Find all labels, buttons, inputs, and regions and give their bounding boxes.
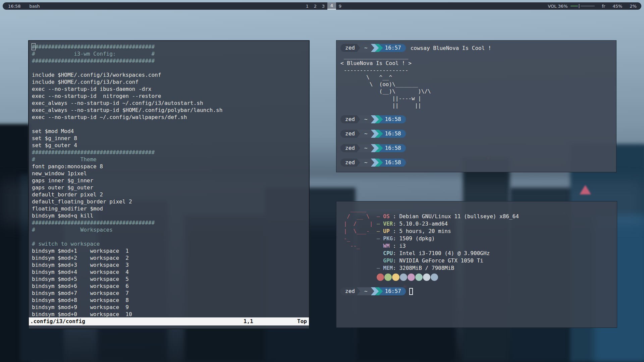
system-info-line: — VER: 5.10.0-23-amd64 bbox=[377, 220, 519, 228]
info-label: CPU bbox=[383, 250, 393, 256]
debian-ascii-logo: _____ / __ \ | / | | \___- -_ --_ bbox=[340, 205, 377, 282]
editor-line: ###################################### bbox=[32, 219, 309, 226]
info-value: 3208MiB / 7908MiB bbox=[399, 265, 454, 271]
palette-dot bbox=[392, 274, 399, 281]
editor-line: bindsym $mod+0 workspace 10 bbox=[32, 311, 309, 317]
workspace-button-3[interactable]: 3 bbox=[319, 2, 327, 10]
editor-buffer[interactable]: ####################################### … bbox=[29, 41, 309, 317]
system-info-line: — OS : Debian GNU/Linux 11 (bullseye) x8… bbox=[377, 213, 519, 220]
editor-line: gaps outer $g_outer bbox=[32, 184, 309, 191]
volume-widget[interactable]: VOL 36% | bbox=[548, 4, 594, 9]
prompt-user: zed bbox=[340, 159, 360, 167]
powerline-prompt: zed~16:57 bbox=[340, 44, 406, 52]
editor-line: bindsym $mod+4 workspace 4 bbox=[32, 268, 309, 276]
editor-line: set $g_inner 8 bbox=[32, 135, 309, 142]
editor-line: ###################################### bbox=[32, 57, 309, 64]
editor-line bbox=[32, 233, 309, 240]
editor-line: bindsym $mod+q kill bbox=[32, 212, 309, 219]
workspace-button-1[interactable]: 1 bbox=[303, 2, 311, 10]
editor-line: # Workspaces bbox=[32, 226, 309, 233]
workspace-button-9[interactable]: 9 bbox=[336, 2, 344, 10]
info-label: UP bbox=[383, 228, 389, 234]
stat-percent-a: 45% bbox=[612, 4, 622, 9]
info-label: GPU bbox=[383, 257, 393, 264]
info-dash: — bbox=[377, 228, 383, 234]
prompt-time: 16:58 bbox=[379, 130, 406, 138]
palette-dot bbox=[408, 274, 415, 281]
terminal-color-palette bbox=[377, 273, 519, 282]
cowsay-terminal-window[interactable]: zed~16:57 cowsay BlueNova Is Cool ! ____… bbox=[336, 40, 616, 172]
editor-line: ###################################### bbox=[32, 43, 309, 50]
editor-line: include $HOME/.config/i3/workspaces.conf bbox=[32, 71, 309, 78]
editor-window[interactable]: ####################################### … bbox=[28, 40, 310, 329]
workspace-button-4[interactable]: 4 bbox=[327, 2, 336, 10]
cowsay-ascii-art: ____________________ < BlueNova Is Cool … bbox=[340, 53, 612, 109]
topbar-left: 16:58 bash bbox=[8, 4, 40, 9]
prompt-time: 16:58 bbox=[379, 115, 406, 123]
editor-line: exec --no-startup-id nitrogen --restore bbox=[32, 93, 309, 100]
terminal-prompt-row: zed~16:57 bbox=[340, 287, 613, 295]
terminal-prompt-row: zed~16:58 bbox=[340, 130, 612, 138]
editor-line: # Theme bbox=[32, 156, 309, 163]
editor-line: # i3-wm Config: # bbox=[32, 50, 309, 57]
editor-line: exec_always --no-startup-id $HOME/.confi… bbox=[32, 107, 309, 114]
palette-dot bbox=[377, 274, 384, 281]
palette-dot bbox=[415, 274, 423, 281]
system-info-line: — UP : 5 hours, 20 mins bbox=[377, 228, 519, 235]
statusline-filename: .config/i3/config bbox=[30, 317, 85, 325]
editor-line bbox=[32, 121, 309, 128]
info-dash: — bbox=[377, 213, 383, 220]
editor-line: default_border pixel 2 bbox=[32, 191, 309, 198]
powerline-prompt: zed~16:58 bbox=[340, 144, 406, 152]
editor-line: bindsym $mod+1 workspace 1 bbox=[32, 247, 309, 254]
info-dash: — bbox=[377, 265, 383, 271]
info-value: NVIDIA GeForce GTX 1050 Ti bbox=[399, 257, 483, 264]
editor-line: default_floating_border pixel 2 bbox=[32, 198, 309, 205]
system-info-line: CPU: Intel i3-7100 (4) @ 3.900GHz bbox=[377, 250, 519, 257]
terminal-prompt-row: zed~16:58 bbox=[340, 115, 612, 123]
fetch-terminal-window[interactable]: _____ / __ \ | / | | \___- -_ --_ — OS :… bbox=[336, 201, 617, 328]
statusline-scroll-position: Top bbox=[297, 317, 307, 325]
editor-command-row bbox=[29, 325, 309, 328]
info-label: WM bbox=[383, 243, 389, 249]
info-dash bbox=[377, 243, 383, 249]
volume-slider[interactable]: | bbox=[571, 4, 595, 8]
system-info-list: — OS : Debian GNU/Linux 11 (bullseye) x8… bbox=[377, 213, 519, 282]
editor-line: exec --no-startup-id ibus-daemon -drx bbox=[32, 85, 309, 93]
system-info-line: GPU: NVIDIA GeForce GTX 1050 Ti bbox=[377, 257, 519, 264]
editor-line: floating_modifier $mod bbox=[32, 205, 309, 212]
info-dash: — bbox=[377, 221, 383, 227]
workspace-list: 12349 bbox=[303, 2, 344, 10]
info-label: PKG bbox=[383, 235, 393, 242]
keyboard-layout: fr bbox=[602, 4, 605, 9]
info-value: 5.10.0-23-amd64 bbox=[399, 221, 448, 227]
info-value: 5 hours, 20 mins bbox=[399, 228, 451, 234]
fetch-terminal-body[interactable]: _____ / __ \ | / | | \___- -_ --_ — OS :… bbox=[336, 201, 617, 295]
statusline-cursor-position: 1,1 bbox=[244, 317, 253, 325]
palette-dot bbox=[400, 274, 407, 281]
info-value: i3 bbox=[399, 243, 406, 249]
powerline-prompt: zed~16:58 bbox=[340, 159, 406, 167]
terminal-prompt-row: zed~16:58 bbox=[340, 144, 612, 152]
volume-slider-knob[interactable]: | bbox=[579, 4, 580, 8]
prompt-time: 16:58 bbox=[379, 159, 406, 167]
editor-line: include $HOME/.config/i3/bar.conf bbox=[32, 78, 309, 85]
top-status-bar: 16:58 bash 12349 VOL 36% | fr 45% 2% bbox=[3, 2, 641, 10]
powerline-prompt: zed~16:57 bbox=[340, 287, 406, 295]
cowsay-terminal-body[interactable]: zed~16:57 cowsay BlueNova Is Cool ! ____… bbox=[336, 41, 616, 170]
palette-dot bbox=[423, 274, 430, 281]
prompt-time: 16:57 bbox=[379, 44, 406, 52]
topbar-right: VOL 36% | fr 45% 2% bbox=[548, 2, 637, 10]
editor-line: bindsym $mod+3 workspace 3 bbox=[32, 261, 309, 268]
editor-line: exec --no-startup-id ~/.config/wallpaper… bbox=[32, 114, 309, 121]
terminal-prompt-row: zed~16:58 bbox=[340, 159, 612, 167]
editor-statusline: .config/i3/config 1,1 Top bbox=[29, 317, 309, 325]
system-info-line: — MEM: 3208MiB / 7908MiB bbox=[377, 264, 519, 272]
fetch-output: _____ / __ \ | / | | \___- -_ --_ — OS :… bbox=[340, 205, 613, 282]
workspace-button-2[interactable]: 2 bbox=[311, 2, 319, 10]
editor-line: bindsym $mod+8 workspace 8 bbox=[32, 297, 309, 304]
volume-label: VOL 36% bbox=[548, 4, 568, 9]
info-dash: — bbox=[377, 235, 383, 242]
prompt-time: 16:58 bbox=[379, 144, 406, 152]
prompt-history: zed~16:58zed~16:58zed~16:58zed~16:58 bbox=[340, 115, 612, 167]
